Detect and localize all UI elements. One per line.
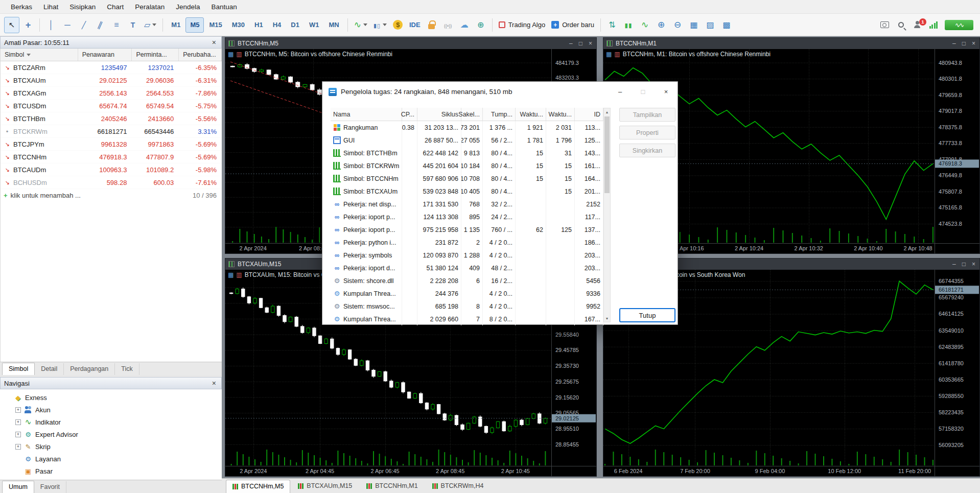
task-row-gui[interactable]: GUI26 887 50...27 05556 / 2...1 7811 796… [331,134,603,147]
expander-icon[interactable]: + [15,444,21,450]
close-icon[interactable]: × [211,38,218,46]
market-watch-row-btccnhm[interactable]: ↘BTCCNHm476918.3477807.9-5.69% [1,151,222,163]
menu-item-sisipkan[interactable]: Sisipkan [64,1,101,13]
zoom-out-button[interactable] [670,17,685,33]
tutup-button[interactable]: Tutup [619,308,675,322]
tab-tick[interactable]: Tick [115,363,139,375]
maximize-icon[interactable]: □ [579,40,582,46]
close-icon[interactable]: × [655,82,678,102]
column-header-perubaha[interactable]: Perubaha... [179,49,222,61]
timeframe-m15-button[interactable]: M15 [204,17,226,33]
close-icon[interactable]: × [589,40,592,46]
market-watch-row-btcusdm[interactable]: ↘BTCUSDm65674.7465749.54-5.75% [1,100,222,112]
crosshair-tool-button[interactable] [20,17,36,33]
menu-item-lihat[interactable]: Lihat [38,1,64,13]
task-row-simbol-btccnhm[interactable]: Simbol: BTCCNHm597 680 90610 70880 / 4..… [331,172,603,185]
menu-item-chart[interactable]: Chart [101,1,129,13]
minimize-icon[interactable]: – [569,40,573,46]
expander-icon[interactable]: + [15,407,21,413]
menu-item-bantuan[interactable]: Bantuan [205,1,242,13]
column-header-penawaran[interactable]: Penawaran [78,49,132,61]
add-symbol-row[interactable]: +klik untuk menambah ... 10 / 396 [1,189,222,202]
task-row-kumpulan-threa[interactable]: Kumpulan Threa...2 029 66078 / 2 0...167… [331,313,603,325]
timeframe-mn-button[interactable]: MN [324,17,343,33]
column-header-simbol[interactable]: Simbol [1,49,78,61]
market-watch-row-btcthbm[interactable]: ↘BTCTHBm24052462413660-5.56% [1,112,222,125]
task-row-kumpulan-threa[interactable]: Kumpulan Threa...244 3764 / 2 0...9336 [331,287,603,300]
toggle-panel-bottom-button[interactable] [719,17,734,33]
tab-perdagangan[interactable]: Perdagangan [64,363,115,375]
tree-item-skrip[interactable]: +Skrip [0,440,222,453]
singkirkan-button[interactable]: Singkirkan [619,144,675,157]
task-row-pekerja-ioport-d[interactable]: Pekerja: ioport d...51 380 12440948 / 2.… [331,262,603,274]
market-watch-row-btcjpym[interactable]: ↘BTCJPYm99613289971863-5.69% [1,138,222,151]
task-column-header-cp-1[interactable]: CP... [402,108,417,121]
tree-item-indikator[interactable]: +Indikator [0,416,222,428]
cursor-tool-button[interactable] [4,17,19,33]
tab-umum[interactable]: Umum [2,481,34,493]
timeframe-w1-button[interactable]: W1 [305,17,324,33]
task-column-header-siklus-2[interactable]: Siklus [417,108,461,121]
task-row-rangkuman[interactable]: Rangkuman0.3831 203 13...73 2011 376 ...… [331,121,603,134]
community-button[interactable] [473,17,488,33]
minimize-icon[interactable]: – [952,40,956,46]
timeframe-m5-button[interactable]: M5 [185,17,204,33]
market-watch-row-btczarm[interactable]: ↘BTCZARm12354971237021-6.35% [1,61,222,74]
task-column-header-sakel-3[interactable]: Sakel... [461,108,483,121]
channel-tool-button[interactable] [92,17,108,33]
properti-button[interactable]: Properti [619,126,675,139]
dialog-titlebar[interactable]: Pengelola tugas: 24 rangkaian, 848 menan… [322,82,678,102]
zoom-in-button[interactable] [654,17,669,33]
shapes-tool-button[interactable] [142,17,159,33]
vertical-line-tool-button[interactable] [43,17,59,33]
broadcast-button[interactable] [440,17,456,33]
task-table-scrollbar[interactable]: ▲ ▼ [603,108,611,322]
cloud-button[interactable] [457,17,472,33]
market-watch-row-btcaudm[interactable]: ↘BTCAUDm100963.3101089.2-5.98% [1,163,222,176]
close-icon[interactable]: × [211,379,218,387]
task-column-header-waktu-5[interactable]: Waktu... [516,108,546,121]
menu-item-berkas[interactable]: Berkas [5,1,38,13]
minimize-icon[interactable]: – [609,82,632,102]
account-status-indicator[interactable] [942,17,976,33]
toggle-panel-right-button[interactable] [703,17,718,33]
maximize-icon[interactable]: □ [962,40,966,46]
timeframe-h4-button[interactable]: H4 [268,17,286,33]
task-row-pekerja-net-disp[interactable]: Pekerja: net disp...171 331 53076832 / 2… [331,198,603,210]
tree-item-layanan[interactable]: Layanan [0,453,222,465]
objects-button[interactable] [371,17,389,33]
chart-window-titlebar[interactable]: BTCCNHm,M5–□× [225,38,596,49]
market-watch-row-btcxagm[interactable]: ↘BTCXAGm2556.1432564.553-7.86% [1,87,222,100]
scroll-down-icon[interactable]: ▼ [604,315,610,322]
task-row-pekerja-ioport-p[interactable]: Pekerja: ioport p...124 113 30889524 / 2… [331,210,603,223]
close-icon[interactable]: × [972,40,975,46]
chart-window-titlebar[interactable]: BTCCNHm,M1–□× [603,38,979,49]
trendline-tool-button[interactable] [76,17,91,33]
menu-item-peralatan[interactable]: Peralatan [129,1,170,13]
scroll-up-icon[interactable]: ▲ [604,108,610,115]
minimize-icon[interactable]: – [952,261,956,267]
tree-item-exness[interactable]: Exness [0,391,222,404]
market-watch-row-btcxaum[interactable]: ↘BTCXAUm29.0212529.06036-6.31% [1,74,222,87]
task-column-header-nama-0[interactable]: Nama [331,108,402,121]
market-watch-row-btckrwm[interactable]: •BTCKRWm66181271665434463.31% [1,125,222,138]
column-header-perminta[interactable]: Perminta... [132,49,179,61]
trading-algo-button[interactable]: Trading Algo [496,17,548,33]
task-column-header-waktu-6[interactable]: Waktu... [546,108,575,121]
screenshot-button[interactable] [877,17,892,33]
sort-updown-button[interactable] [604,17,620,33]
task-row-pekerja-ioport-p[interactable]: Pekerja: ioport p...975 215 9581 135760 … [331,223,603,236]
fibonacci-tool-button[interactable] [109,17,124,33]
tree-item-expert-advisor[interactable]: +Expert Advisor [0,428,222,440]
bars-view-button[interactable] [621,17,636,33]
task-row-sistem-mswsoc[interactable]: Sistem: mswsoc...685 19884 / 2 0...9952 [331,300,603,313]
expander-icon[interactable]: + [15,419,21,425]
tampilkan-button[interactable]: Tampilkan [619,108,675,122]
tab-simbol[interactable]: Simbol [2,363,35,375]
tree-item-akun[interactable]: +Akun [0,404,222,416]
task-row-pekerja-symbols[interactable]: Pekerja: symbols120 093 8701 2884 / 2 0.… [331,249,603,262]
chart-tab-btcxaum-m15[interactable]: BTCXAUm,M15 [291,479,359,493]
close-icon[interactable]: × [972,261,975,267]
task-row-simbol-btckrwm[interactable]: Simbol: BTCKRWm445 201 60410 18480 / 4..… [331,159,603,172]
expander-icon[interactable]: + [15,432,21,437]
